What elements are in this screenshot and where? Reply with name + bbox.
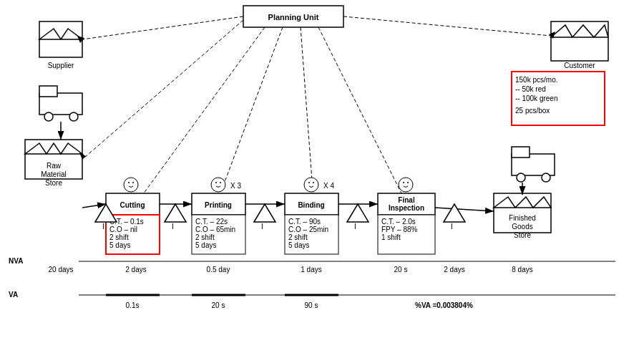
inventory-i-3: I bbox=[261, 223, 263, 231]
nva-time-5: 20 s bbox=[394, 266, 408, 274]
nva-time-1: 20 days bbox=[48, 266, 73, 274]
inspection-smiley-eye1 bbox=[403, 182, 404, 183]
printing-label: Printing bbox=[205, 201, 232, 209]
printing-info-line1: C.T. – 22s bbox=[195, 218, 228, 226]
binding-label: Binding bbox=[298, 201, 324, 209]
customer-truck-wheel2 bbox=[542, 173, 550, 182]
customer-info-line4: 25 pcs/box bbox=[515, 107, 550, 115]
inspection-to-finished-arrow bbox=[435, 208, 494, 211]
nva-label: NVA bbox=[9, 257, 23, 265]
binding-info-line2: C.O – 25min bbox=[288, 226, 328, 233]
nva-time-6: 2 days bbox=[444, 266, 464, 274]
binding-smiley bbox=[304, 178, 318, 192]
inventory-triangle-2 bbox=[165, 204, 186, 222]
customer-info-line2: -- 50k red bbox=[515, 85, 546, 93]
inventory-triangle-3 bbox=[254, 204, 275, 222]
customer-info-line1: 150k pcs/mo. bbox=[515, 76, 557, 84]
finished-goods-label2: Goods bbox=[512, 223, 532, 231]
planning-to-inspection-arrow bbox=[318, 27, 404, 199]
customer-truck-cab bbox=[512, 147, 530, 158]
printing-info-line3: 2 shift bbox=[195, 233, 215, 241]
inspection-info-line3: 1 shift bbox=[381, 233, 401, 241]
cutting-smiley-eye2 bbox=[132, 182, 134, 183]
va-percent-label: %VA =0.003804% bbox=[415, 301, 473, 309]
planning-to-cutting-arrow bbox=[140, 27, 265, 199]
inspection-label2: Inspection bbox=[389, 204, 424, 212]
finished-goods-label3: Store bbox=[514, 231, 531, 239]
diagram: Planning Unit Supplier Raw Material Stor… bbox=[0, 0, 644, 358]
planning-to-binding-arrow bbox=[301, 27, 313, 199]
nva-time-4: 1 days bbox=[301, 266, 321, 274]
cutting-info-line4: 5 days bbox=[109, 241, 130, 249]
printing-smiley bbox=[211, 178, 225, 192]
nva-time-2: 2 days bbox=[125, 266, 146, 274]
supplier-truck-wheel2 bbox=[69, 112, 78, 121]
cutting-info-line2: C.O – nil bbox=[109, 226, 137, 233]
planning-to-customer-arrow bbox=[343, 16, 551, 36]
printing-smiley-eye1 bbox=[215, 182, 217, 183]
binding-smiley-eye1 bbox=[308, 182, 310, 183]
supplier-label: Supplier bbox=[48, 62, 74, 69]
inspection-smiley bbox=[399, 178, 413, 192]
planning-to-supplier-arrow bbox=[82, 16, 243, 39]
va-time-2: 20 s bbox=[212, 301, 225, 309]
raw-material-label1: Raw bbox=[47, 162, 62, 170]
inspection-info-line2: FPY – 88% bbox=[381, 226, 418, 233]
customer-info-line3: -- 100k green bbox=[515, 95, 557, 102]
nva-time-3: 0.5 day bbox=[207, 266, 230, 274]
printing-smiley-eye2 bbox=[220, 182, 221, 183]
nva-time-7: 8 days bbox=[512, 266, 532, 274]
inventory-i-1: I bbox=[102, 223, 104, 231]
supplier-truck-wheel1 bbox=[44, 112, 53, 121]
raw-material-label2: Material bbox=[41, 170, 67, 178]
inspection-smiley-eye2 bbox=[407, 182, 409, 183]
raw-material-label3: Store bbox=[45, 179, 62, 187]
printing-multiplier: X 3 bbox=[230, 182, 241, 190]
inspection-info-line1: C.T. – 2.0s bbox=[381, 218, 416, 226]
printing-info-line2: C.O – 65min bbox=[195, 226, 235, 233]
va-time-3: 90 s bbox=[305, 301, 318, 309]
customer-label: Customer bbox=[564, 62, 595, 69]
inspection-label1: Final bbox=[398, 196, 415, 204]
binding-info-line3: 2 shift bbox=[288, 233, 308, 241]
inventory-i-5: I bbox=[451, 223, 453, 231]
va-label: VA bbox=[9, 291, 18, 299]
printing-info-line4: 5 days bbox=[195, 241, 216, 249]
planning-to-printing-arrow bbox=[218, 27, 283, 199]
customer-factory bbox=[551, 21, 608, 61]
cutting-smiley-eye1 bbox=[128, 182, 130, 183]
inventory-i-4: I bbox=[354, 223, 356, 231]
cutting-label: Cutting bbox=[120, 201, 145, 209]
binding-info-line1: C.T. – 90s bbox=[288, 218, 321, 226]
binding-smiley-eye2 bbox=[313, 182, 314, 183]
binding-info-line4: 5 days bbox=[288, 241, 309, 249]
inventory-triangle-5 bbox=[444, 204, 465, 222]
cutting-smiley bbox=[124, 178, 138, 192]
supplier-truck-cab bbox=[39, 86, 57, 97]
main-container: Planning Unit Supplier Raw Material Stor… bbox=[0, 0, 644, 358]
va-time-1: 0.1s bbox=[126, 301, 140, 309]
planning-unit-label: Planning Unit bbox=[268, 13, 319, 21]
customer-truck-wheel1 bbox=[517, 173, 525, 182]
inventory-i-2: I bbox=[172, 223, 174, 231]
raw-to-cutting-arrow bbox=[82, 204, 106, 208]
finished-goods-label1: Finished bbox=[509, 214, 536, 222]
cutting-info-line3: 2 shift bbox=[109, 233, 129, 241]
binding-multiplier: X 4 bbox=[323, 182, 334, 190]
inventory-triangle-4 bbox=[347, 204, 369, 222]
